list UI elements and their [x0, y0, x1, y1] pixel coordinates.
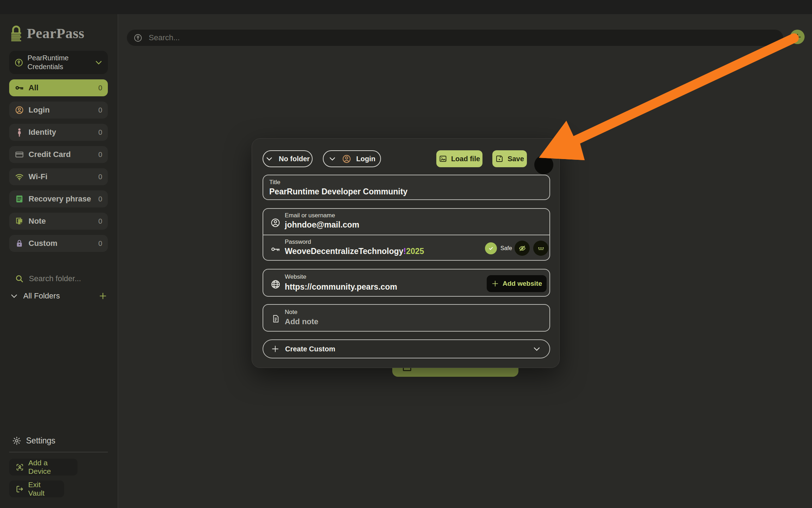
sidebar-item-wifi[interactable]: Wi-Fi 0 — [9, 168, 108, 185]
email-field[interactable]: Email or username johndoe@mail.com — [263, 209, 549, 235]
folder-search[interactable] — [9, 274, 108, 284]
password-options-button[interactable] — [533, 241, 548, 256]
sidebar-item-count: 0 — [98, 106, 102, 114]
type-dropdown-label: Login — [356, 155, 375, 163]
website-field-label: Website — [285, 273, 306, 280]
sidebar-item-label: Wi-Fi — [29, 172, 48, 181]
folder-dropdown-label: No folder — [279, 155, 310, 163]
toggle-password-visibility-button[interactable] — [515, 241, 530, 256]
global-search-input[interactable] — [148, 33, 777, 43]
password-strength-label: Safe — [500, 245, 512, 252]
password-strength-badge: Safe — [485, 242, 512, 254]
key-icon — [270, 244, 281, 254]
sidebar-item-count: 0 — [98, 151, 102, 159]
user-circle-icon — [15, 105, 24, 115]
title-field-label: Title — [269, 179, 281, 186]
sidebar-item-identity[interactable]: Identity 0 — [9, 124, 108, 141]
check-icon — [485, 242, 497, 254]
sidebar-item-login[interactable]: Login 0 — [9, 102, 108, 119]
sidebar-item-count: 0 — [98, 128, 102, 137]
sidebar-item-label: All — [29, 83, 38, 92]
credential-editor-modal: No folder Login Load file — [252, 138, 560, 368]
add-device-label: Add a Device — [28, 459, 71, 476]
create-custom-label: Create Custom — [285, 345, 335, 353]
add-folder-icon[interactable] — [99, 292, 107, 300]
folder-search-input[interactable] — [28, 274, 99, 284]
sidebar-item-count: 0 — [98, 173, 102, 181]
save-label: Save — [508, 155, 524, 163]
more-options-button[interactable] — [534, 155, 553, 174]
wifi-icon — [15, 172, 24, 181]
sidebar-item-count: 0 — [98, 217, 102, 225]
sidebar-item-recovery-phrase[interactable]: Recovery phrase 0 — [9, 190, 108, 207]
sidebar-item-label: Recovery phrase — [29, 194, 91, 204]
sidebar-item-credit-card[interactable]: Credit Card 0 — [9, 146, 108, 163]
user-circle-icon — [342, 154, 351, 164]
note-field-placeholder: Add note — [285, 317, 318, 326]
password-field-label: Password — [285, 238, 311, 246]
sidebar-item-count: 0 — [98, 240, 102, 248]
globe-icon — [270, 279, 281, 290]
website-field-value: https://community.pears.com — [285, 282, 397, 292]
exit-vault-button[interactable]: Exit Vault — [9, 480, 64, 497]
chevron-down-icon[interactable] — [10, 292, 18, 300]
note-field[interactable]: Note Add note — [263, 304, 550, 332]
app-root: PearPass PearRuntime Credentials All 0 — [0, 0, 812, 508]
search-icon — [15, 274, 24, 283]
window-titlebar — [0, 0, 812, 14]
vault-selector-label: PearRuntime Credentials — [27, 54, 94, 71]
title-field[interactable]: Title PearRuntime Developer Community — [263, 175, 550, 200]
sidebar-item-custom[interactable]: Custom 0 — [9, 235, 108, 252]
sidebar-item-label: Identity — [29, 128, 56, 137]
gear-icon — [12, 436, 21, 446]
add-website-label: Add website — [503, 280, 542, 288]
global-search[interactable] — [127, 30, 783, 46]
ellipsis-icon — [537, 244, 545, 253]
sidebar: PearPass PearRuntime Credentials All 0 — [0, 14, 118, 508]
folder-dropdown[interactable]: No folder — [263, 150, 313, 167]
document-icon — [271, 314, 281, 323]
exit-icon — [16, 485, 24, 494]
add-entry-button[interactable] — [790, 30, 805, 44]
create-custom-button[interactable]: Create Custom — [263, 339, 550, 358]
sidebar-item-count: 0 — [98, 84, 102, 92]
circle-key-icon — [133, 33, 143, 43]
settings-button[interactable]: Settings — [9, 436, 108, 446]
save-icon — [495, 155, 504, 163]
sidebar-item-label: Credit Card — [29, 150, 71, 159]
add-device-button[interactable]: Add a Device — [9, 459, 78, 476]
person-icon — [15, 128, 24, 137]
load-file-label: Load file — [451, 155, 480, 163]
title-field-value: PearRuntime Developer Community — [269, 187, 407, 196]
all-folders-row[interactable]: All Folders — [9, 291, 108, 301]
settings-label: Settings — [26, 436, 55, 446]
key-icon — [15, 83, 24, 92]
image-icon — [439, 155, 447, 163]
sidebar-item-label: Custom — [29, 239, 57, 248]
credentials-group: Email or username johndoe@mail.com Passw… — [263, 208, 550, 261]
chevron-down-icon — [265, 155, 273, 163]
email-field-value: johndoe@mail.com — [285, 220, 359, 230]
plus-icon — [271, 345, 279, 353]
password-field-value: WeoveDecentralizeTechnology!2025 — [285, 247, 424, 256]
user-circle-icon — [270, 218, 281, 228]
sidebar-item-note[interactable]: Note 0 — [9, 213, 108, 230]
all-folders-label: All Folders — [23, 291, 60, 301]
lock-logo-icon — [9, 25, 23, 41]
website-field[interactable]: Website https://community.pears.com Add … — [263, 269, 550, 297]
save-button[interactable]: Save — [492, 150, 527, 167]
app-logo: PearPass — [9, 25, 108, 42]
eye-off-icon — [518, 244, 527, 253]
load-file-button[interactable]: Load file — [436, 150, 482, 167]
password-field[interactable]: Password WeoveDecentralizeTechnology!202… — [263, 235, 549, 261]
circle-key-icon — [14, 58, 24, 67]
sidebar-item-all[interactable]: All 0 — [9, 79, 108, 96]
person-scan-icon — [16, 463, 24, 472]
vault-selector[interactable]: PearRuntime Credentials — [9, 51, 108, 74]
recovery-phrase-icon — [15, 194, 24, 204]
type-dropdown[interactable]: Login — [323, 150, 381, 167]
plus-icon — [793, 33, 802, 41]
sidebar-bottom: Settings Add a Device — [9, 436, 108, 497]
add-website-button[interactable]: Add website — [487, 275, 547, 292]
padlock-icon — [15, 239, 24, 248]
